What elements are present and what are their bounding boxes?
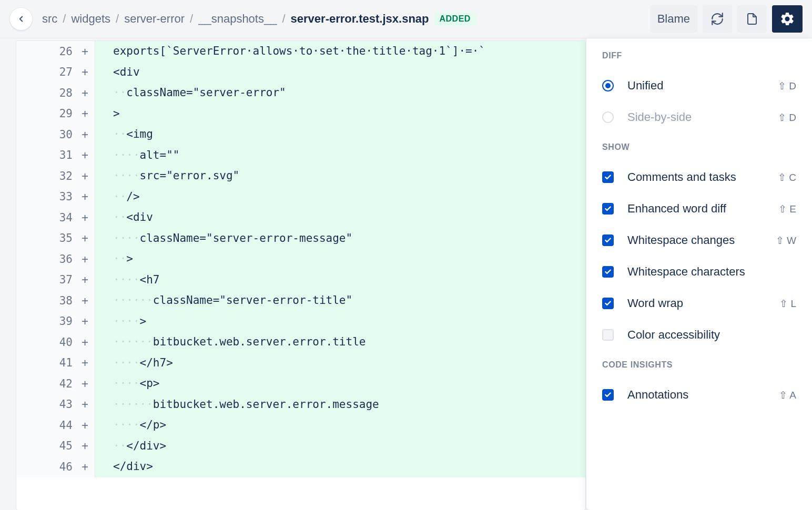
shortcut: ⇧ L <box>779 298 796 310</box>
shortcut: ⇧ D <box>778 80 796 92</box>
gutter: 38+ <box>16 290 95 311</box>
breadcrumb-sep: / <box>116 12 119 26</box>
code-line[interactable]: 37+····<h7 <box>16 270 585 291</box>
code-text: ··<div <box>95 207 585 228</box>
code-line[interactable]: 38+······className="server-error-title" <box>16 290 585 311</box>
gutter: 34+ <box>16 207 95 228</box>
code-line[interactable]: 31+····alt="" <box>16 145 585 166</box>
code-line[interactable]: 30+··<img <box>16 124 585 145</box>
gutter: 41+ <box>16 353 95 374</box>
shortcut: ⇧ E <box>778 203 796 215</box>
gutter: 28+ <box>16 83 95 104</box>
option-label: Word wrap <box>627 297 766 310</box>
breadcrumb-sep: / <box>190 12 193 26</box>
section-title-show: SHOW <box>602 142 796 152</box>
checkbox-annotations[interactable] <box>602 389 614 401</box>
code-text: ····<h7 <box>95 270 585 291</box>
breadcrumb-seg[interactable]: widgets <box>71 12 110 26</box>
checkbox-word-wrap[interactable] <box>602 298 614 309</box>
option-label: Comments and tasks <box>627 170 764 184</box>
option-label: Color accessibility <box>627 328 796 342</box>
gutter: 39+ <box>16 311 95 332</box>
checkbox-whitespace-characters[interactable] <box>602 266 614 278</box>
code-line[interactable]: 40+······bitbucket.web.server.error.titl… <box>16 332 585 353</box>
diff-option-unified[interactable]: Unified⇧ D <box>602 70 796 101</box>
gutter: 42+ <box>16 373 95 394</box>
code-text: ··/> <box>95 187 585 208</box>
code-line[interactable]: 41+····</h7> <box>16 353 585 374</box>
code-line[interactable]: 36+··> <box>16 249 585 270</box>
code-text: ······bitbucket.web.server.error.title <box>95 332 585 353</box>
show-option-enhanced-word-diff[interactable]: Enhanced word diff⇧ E <box>602 193 796 225</box>
option-label: Enhanced word diff <box>627 202 765 216</box>
gutter: 43+ <box>16 394 95 415</box>
breadcrumb-seg[interactable]: src <box>42 12 57 26</box>
settings-panel: DIFF Unified⇧ DSide-by-side⇧ D SHOW Comm… <box>586 38 812 510</box>
option-label: Whitespace characters <box>627 265 796 279</box>
code-text: exports[`ServerError·allows·to·set·the·t… <box>95 41 585 62</box>
gutter: 36+ <box>16 249 95 270</box>
code-line[interactable]: 33+··/> <box>16 187 585 208</box>
code-line[interactable]: 43+······bitbucket.web.server.error.mess… <box>16 394 585 415</box>
option-label: Unified <box>627 79 764 93</box>
show-option-comments-and-tasks[interactable]: Comments and tasks⇧ C <box>602 161 796 193</box>
insights-option-annotations[interactable]: Annotations⇧ A <box>602 379 796 411</box>
radio-side-by-side[interactable] <box>602 111 614 123</box>
file-button[interactable] <box>737 5 767 33</box>
diff-option-side-by-side[interactable]: Side-by-side⇧ D <box>602 101 796 133</box>
gutter: 37+ <box>16 270 95 291</box>
checkbox-enhanced-word-diff[interactable] <box>602 203 614 215</box>
breadcrumb-seg[interactable]: server-error <box>124 12 185 26</box>
gutter: 29+ <box>16 104 95 125</box>
code-line[interactable]: 26+exports[`ServerError·allows·to·set·th… <box>16 41 585 62</box>
code-line[interactable]: 45+··</div> <box>16 436 585 457</box>
back-button[interactable] <box>9 7 33 30</box>
show-option-color-accessibility[interactable]: Color accessibility <box>602 319 796 351</box>
show-option-whitespace-changes[interactable]: Whitespace changes⇧ W <box>602 225 796 256</box>
gutter: 33+ <box>16 187 95 208</box>
refresh-button[interactable] <box>703 5 732 33</box>
code-line[interactable]: 39+····> <box>16 311 585 332</box>
code-line[interactable]: 44+····</p> <box>16 415 585 436</box>
code-text: ····> <box>95 311 585 332</box>
code-line[interactable]: 46+</div> <box>16 456 585 477</box>
checkbox-comments-and-tasks[interactable] <box>602 171 614 183</box>
code-text: ··> <box>95 249 585 270</box>
code-text: ····</p> <box>95 415 585 436</box>
code-line[interactable]: 34+··<div <box>16 207 585 228</box>
code-line[interactable]: 29+> <box>16 104 585 125</box>
code-line[interactable]: 28+··className="server-error" <box>16 83 585 104</box>
blame-button[interactable]: Blame <box>650 5 697 33</box>
gutter: 45+ <box>16 436 95 457</box>
code-text: </div> <box>95 456 585 477</box>
gutter: 26+ <box>16 41 95 62</box>
code-text: ····src="error.svg" <box>95 166 585 187</box>
gutter: 46+ <box>16 456 95 477</box>
checkbox-whitespace-changes[interactable] <box>602 234 614 246</box>
settings-button[interactable] <box>772 5 803 33</box>
code-text: <div <box>95 62 585 83</box>
code-text: ··className="server-error" <box>95 83 585 104</box>
breadcrumb-seg[interactable]: __snapshots__ <box>198 12 277 26</box>
show-option-word-wrap[interactable]: Word wrap⇧ L <box>602 288 796 319</box>
code-text: > <box>95 104 585 125</box>
code-line[interactable]: 27+<div <box>16 62 585 83</box>
option-label: Side-by-side <box>627 110 764 124</box>
chevron-left-icon <box>16 14 26 24</box>
gutter: 35+ <box>16 228 95 249</box>
code-line[interactable]: 32+····src="error.svg" <box>16 166 585 187</box>
gutter: 44+ <box>16 415 95 436</box>
diff-view[interactable]: 26+exports[`ServerError·allows·to·set·th… <box>16 40 586 510</box>
breadcrumb-sep: / <box>63 12 66 26</box>
breadcrumb-sep: / <box>282 12 285 26</box>
gutter: 31+ <box>16 145 95 166</box>
code-line[interactable]: 42+····<p> <box>16 373 585 394</box>
checkbox-color-accessibility[interactable] <box>602 329 614 341</box>
code-line[interactable]: 35+····className="server-error-message" <box>16 228 585 249</box>
code-text: ····</h7> <box>95 353 585 374</box>
gutter: 27+ <box>16 62 95 83</box>
added-badge: ADDED <box>434 12 476 26</box>
radio-unified[interactable] <box>602 80 614 91</box>
show-option-whitespace-characters[interactable]: Whitespace characters <box>602 256 796 288</box>
code-text: ····alt="" <box>95 145 585 166</box>
